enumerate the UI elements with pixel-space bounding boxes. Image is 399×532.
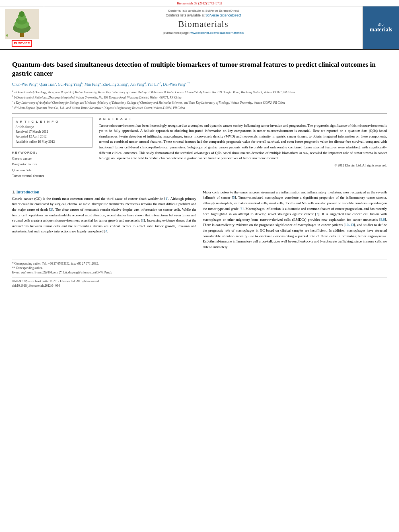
journal-citation-bar: Biomaterials 33 (2012) 5742–5752 (0, 0, 399, 6)
abstract-text: Tumor microenvironment has been increasi… (99, 123, 387, 161)
accepted-date: Accepted 12 April 2012 (16, 134, 89, 140)
intro-heading: 1. Introduction (12, 190, 196, 194)
copyright-notice: © 2012 Elsevier Ltd. All rights reserved… (99, 164, 387, 167)
body-section: 1. Introduction Gastric cancer (GC) is t… (12, 190, 387, 253)
issn-line: 0142-9612/$ – see front matter © 2012 El… (12, 279, 99, 283)
journal-title: Biomaterials (48, 19, 358, 29)
body-col-right: Major contributors to the tumor microenv… (203, 190, 387, 253)
journal-badge: Biomaterials (363, 6, 399, 49)
sciverse-text: Contents lists available at SciVerse Sci… (48, 9, 358, 12)
divider-2 (12, 184, 387, 184)
journal-citation: Biomaterials 33 (2012) 5742–5752 (177, 2, 222, 5)
available-date: Available online 16 May 2012 (16, 140, 89, 145)
abstract-label: A B S T R A C T (99, 117, 387, 121)
abstract-column: A B S T R A C T Tumor microenvironment h… (99, 117, 387, 179)
keywords-label: Keywords: (12, 151, 93, 154)
article-info-box: A R T I C L E I N F O Article history: R… (12, 117, 93, 148)
elsevier-logo-area: 🌿 ELSEVIER (0, 6, 44, 49)
keywords-section: Keywords: Gastric cancer Prognostic fact… (12, 151, 93, 179)
section-number: 1. (12, 190, 16, 194)
corresponding-author-2: ** Corresponding author. (12, 266, 387, 270)
homepage-link[interactable]: www.elsevier.com/locate/biomaterials (191, 31, 244, 35)
elsevier-wordmark: ELSEVIER (12, 40, 33, 47)
intro-para-2: Major contributors to the tumor microenv… (203, 190, 387, 250)
keyword-quantum-dots: Quantum dots (12, 167, 93, 173)
email-line: E-mail addresses: liyansd2@163.com (Y. L… (12, 271, 387, 274)
svg-point-6 (19, 11, 25, 17)
keyword-tumor-stromal: Tumor stromal features (12, 173, 93, 179)
svg-text:🌿: 🌿 (6, 34, 8, 37)
doi-line: doi:10.1016/j.biomaterials.2012.04.034 (12, 284, 387, 288)
journal-homepage: journal homepage: www.elsevier.com/locat… (48, 31, 358, 35)
divider-1 (12, 113, 387, 114)
received-date: Received 17 March 2012 (16, 129, 89, 135)
footer-area: * Corresponding author. Tel.: +86 27 678… (12, 259, 387, 274)
affiliation-a: a a Department of Oncology, Zhongnan Hos… (12, 89, 387, 94)
corresponding-author-1: * Corresponding author. Tel.: +86 27 678… (12, 262, 387, 265)
authors-line: Chun-Wei Penga, Qian Tiana, Gui-Fang Yan… (12, 81, 387, 87)
keyword-gastric-cancer: Gastric cancer (12, 156, 93, 161)
affiliation-b: b b Department of Pathology, Zhongnan Ho… (12, 94, 387, 100)
footer-bottom: 0142-9612/$ – see front matter © 2012 El… (12, 277, 387, 283)
article-info-column: A R T I C L E I N F O Article history: R… (12, 117, 93, 179)
article-info-label: A R T I C L E I N F O (16, 120, 89, 123)
affiliation-c: c c Key Laboratory of Analytical Chemist… (12, 100, 387, 105)
article-history-label: Article history: (16, 125, 89, 129)
intro-para-1: Gastric cancer (GC) is the fourth most c… (12, 196, 196, 234)
tree-illustration: 🌿 (5, 9, 39, 39)
biomaterials-badge-text: Biomaterials (370, 23, 392, 33)
article-title: Quantum-dots based simultaneous detectio… (12, 60, 387, 78)
affiliations: a a Department of Oncology, Zhongnan Hos… (12, 89, 387, 110)
info-abstract-section: A R T I C L E I N F O Article history: R… (12, 117, 387, 179)
body-col-left: 1. Introduction Gastric cancer (GC) is t… (12, 190, 196, 253)
keyword-prognostic: Prognostic factors (12, 161, 93, 167)
main-content-area: Quantum-dots based simultaneous detectio… (0, 50, 399, 292)
journal-name-area: Contents lists available at SciVerse Sci… (44, 6, 363, 49)
journal-header: 🌿 ELSEVIER Contents lists available at S… (0, 6, 399, 50)
affiliation-d: d d Wuhan Jiayuan Quantum Dots Co., Ltd.… (12, 105, 387, 110)
sciverse-link[interactable]: SciVerse ScienceDirect (206, 13, 241, 17)
